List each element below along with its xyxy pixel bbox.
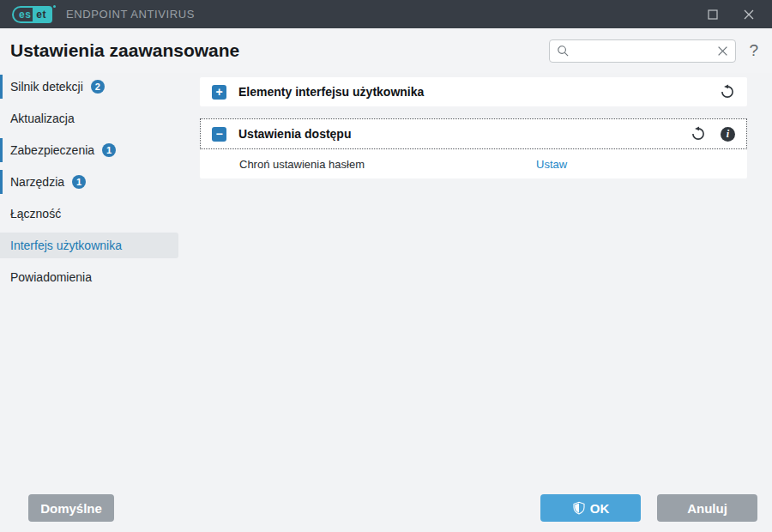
search-input[interactable]	[573, 45, 714, 57]
sidebar-item-zabezpieczenia[interactable]: Zabezpieczenia 1	[0, 137, 178, 163]
cancel-button[interactable]: Anuluj	[657, 494, 757, 522]
maximize-icon	[708, 9, 718, 20]
notification-badge: 1	[102, 143, 116, 157]
panel-header-elementy-interfejsu[interactable]: + Elementy interfejsu użytkownika	[200, 77, 747, 106]
panel-header-ustawienia-dostepu[interactable]: − Ustawienia dostępu i	[200, 118, 747, 149]
panel-actions	[720, 84, 735, 100]
sidebar-item-label: Zabezpieczenia	[10, 143, 94, 157]
sidebar-item-silnik-detekcji[interactable]: Silnik detekcji 2	[0, 74, 178, 100]
collapse-icon[interactable]: −	[212, 127, 226, 142]
close-button[interactable]	[743, 9, 755, 21]
revert-icon	[720, 84, 735, 100]
set-password-link[interactable]: Ustaw	[536, 158, 567, 171]
panel-title: Elementy interfejsu użytkownika	[238, 85, 424, 99]
maximize-button[interactable]	[707, 9, 719, 21]
main-content: + Elementy interfejsu użytkownika − Usta…	[200, 73, 772, 190]
defaults-button[interactable]: Domyślne	[28, 494, 114, 522]
clear-icon[interactable]	[717, 45, 728, 57]
titlebar: es et ENDPOINT ANTIVIRUS	[0, 0, 772, 28]
sidebar-item-interfejs-uzytkownika[interactable]: Interfejs użytkownika	[0, 233, 178, 258]
sidebar-item-label: Aktualizacja	[10, 112, 75, 125]
sidebar-item-label: Powiadomienia	[10, 270, 92, 284]
ok-button-label: OK	[590, 501, 610, 516]
sidebar-item-narzedzia[interactable]: Narzędzia 1	[0, 169, 178, 195]
setting-row-password-protect: Chroń ustawienia hasłem Ustaw	[200, 149, 747, 178]
notification-badge: 1	[72, 175, 86, 189]
sidebar: Silnik detekcji 2 Aktualizacja Zabezpiec…	[0, 73, 200, 296]
setting-label: Chroń ustawienia hasłem	[239, 158, 536, 171]
eset-logo: es et	[12, 6, 56, 23]
sidebar-item-label: Interfejs użytkownika	[10, 239, 122, 252]
cancel-button-label: Anuluj	[687, 501, 727, 516]
panel-elementy-interfejsu: + Elementy interfejsu użytkownika	[200, 77, 747, 106]
sidebar-item-lacznosc[interactable]: Łączność	[0, 201, 178, 227]
panel-title: Ustawienia dostępu	[238, 127, 351, 141]
eset-logo-et: et	[33, 6, 52, 23]
info-icon[interactable]: i	[721, 127, 735, 142]
close-icon	[744, 9, 754, 20]
search-box[interactable]	[549, 39, 736, 63]
search-icon	[557, 45, 570, 57]
revert-icon	[691, 126, 706, 142]
help-button[interactable]: ?	[749, 41, 758, 60]
product-name: ENDPOINT ANTIVIRUS	[66, 8, 195, 21]
defaults-button-label: Domyślne	[40, 501, 102, 516]
window-controls	[707, 9, 760, 21]
notification-badge: 2	[91, 80, 105, 94]
sidebar-item-label: Łączność	[10, 207, 61, 221]
sidebar-item-label: Narzędzia	[10, 175, 64, 189]
page-title: Ustawienia zaawansowane	[10, 40, 239, 61]
panel-actions: i	[691, 126, 735, 142]
header: Ustawienia zaawansowane ?	[0, 28, 772, 73]
sidebar-item-powiadomienia[interactable]: Powiadomienia	[0, 264, 178, 290]
uac-shield-icon	[572, 501, 586, 515]
expand-icon[interactable]: +	[212, 85, 226, 100]
revert-button[interactable]	[691, 126, 706, 142]
sidebar-item-label: Silnik detekcji	[10, 80, 83, 94]
eset-logo-es: es	[12, 6, 33, 23]
page-body: Silnik detekcji 2 Aktualizacja Zabezpiec…	[0, 73, 772, 296]
revert-button[interactable]	[720, 84, 735, 100]
ok-button[interactable]: OK	[540, 494, 641, 522]
sidebar-item-aktualizacja[interactable]: Aktualizacja	[0, 106, 178, 131]
eset-logo-trademark-dot	[53, 5, 56, 8]
panel-ustawienia-dostepu: − Ustawienia dostępu i Chroń ustawienia …	[200, 118, 747, 178]
